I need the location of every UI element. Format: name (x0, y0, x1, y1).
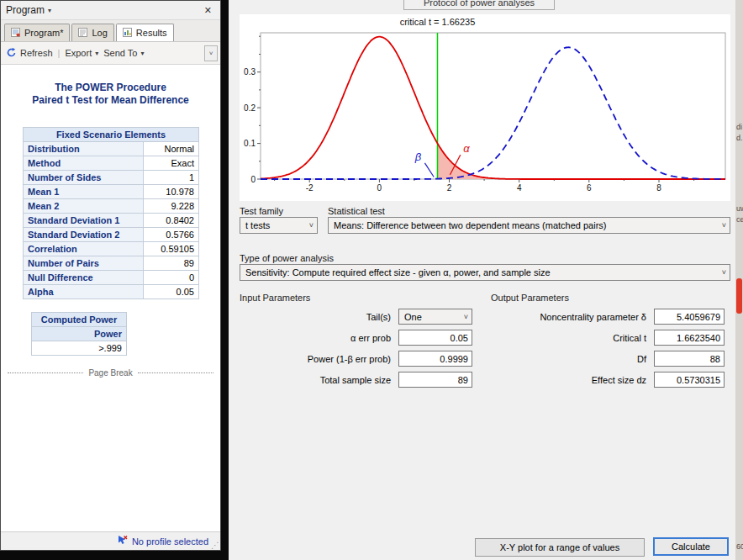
scroll-indicator (736, 278, 742, 314)
input-param-label: Power (1-β err prob) (240, 354, 398, 364)
chevron-down-icon: ˅ (722, 268, 726, 277)
input-param-label: Total sample size (240, 375, 398, 385)
power-value: >.999 (32, 341, 127, 356)
refresh-icon (6, 47, 17, 60)
export-label: Export (65, 48, 92, 58)
input-param-row: Power (1-β err prob) (240, 351, 472, 367)
title-menu-arrow-icon[interactable]: ▾ (48, 7, 51, 14)
chevron-down-icon: ˅ (309, 221, 314, 230)
svg-text:2: 2 (447, 183, 452, 193)
program-window-titlebar[interactable]: Program ▾ ✕ (1, 1, 220, 20)
analysis-type-select[interactable]: Sensitivity: Compute required effect siz… (240, 264, 730, 281)
chevron-down-icon: ˅ (464, 313, 468, 321)
input-param-field[interactable] (398, 372, 472, 388)
export-button[interactable]: Export ▾ (65, 48, 98, 58)
output-param-label: Df (491, 354, 654, 364)
table-row: Standard Deviation 10.8402 (24, 214, 199, 228)
output-param-value: 88 (654, 351, 725, 367)
svg-text:6: 6 (587, 183, 592, 193)
table-row: DistributionNormal (24, 142, 199, 156)
table-header: Fixed Scenario Elements (24, 128, 199, 142)
input-param-row: Total sample size (240, 372, 472, 388)
svg-text:8: 8 (656, 183, 661, 193)
table-row: Standard Deviation 20.5766 (24, 228, 199, 242)
tab-protocol-of-power-analyses[interactable]: Protocol of power analyses (403, 0, 555, 10)
row-label: Number of Sides (24, 171, 144, 185)
text-fragment: di (736, 123, 742, 131)
row-label: Mean 1 (24, 185, 144, 199)
output-param-value: 1.6623540 (654, 330, 725, 346)
row-value: 0.05 (144, 285, 199, 299)
fixed-scenario-table: Fixed Scenario Elements DistributionNorm… (23, 127, 199, 299)
chevron-down-icon: ˅ (722, 221, 726, 230)
input-param-row: Tail(s)One˅ (240, 309, 472, 325)
svg-text:0: 0 (377, 183, 382, 193)
selected-value: One (404, 312, 422, 322)
output-param-row: Df88 (491, 351, 725, 367)
test-family-label: Test family (240, 206, 283, 216)
row-label: Mean 2 (24, 199, 144, 214)
output-param-row: Effect size dz0.5730315 (491, 372, 725, 388)
resize-grip[interactable]: ⋰ (211, 541, 219, 550)
status-message: No profile selected (132, 536, 208, 547)
output-param-label: Noncentrality parameter δ (491, 312, 654, 322)
fixed-scenario-tbody: DistributionNormalMethodExactNumber of S… (24, 142, 199, 299)
row-label: Correlation (24, 242, 144, 256)
input-param-row: α err prob (240, 330, 472, 346)
tab-results[interactable]: Results (116, 24, 174, 41)
row-label: Null Difference (24, 271, 144, 285)
table-row: Correlation0.59105 (24, 242, 199, 256)
input-param-label: Tail(s) (240, 312, 398, 322)
row-label: Distribution (24, 142, 144, 156)
input-param-field[interactable] (398, 330, 472, 346)
statusbar: No profile selected ⋰ (1, 531, 220, 550)
output-param-value: 0.5730315 (654, 372, 725, 388)
output-parameters-title: Output Parameters (491, 293, 725, 304)
tab-label: Protocol of power analyses (404, 0, 554, 8)
table-row: Mean 110.978 (24, 185, 199, 199)
svg-text:0.3: 0.3 (244, 67, 256, 77)
tab-label: Program* (24, 28, 63, 38)
svg-text:4: 4 (517, 183, 522, 193)
close-icon[interactable]: ✕ (201, 5, 215, 16)
row-value: Normal (144, 142, 199, 156)
output-param-row: Critical t1.6623540 (491, 330, 725, 346)
row-label: Standard Deviation 1 (24, 214, 144, 228)
plot-area (261, 33, 725, 179)
program-window: Program ▾ ✕ Program* Log Results Refresh (0, 0, 221, 551)
results-pane: The POWER Procedure Paired t Test for Me… (1, 65, 220, 531)
tab-log[interactable]: Log (71, 24, 113, 41)
row-value: 0.8402 (144, 214, 199, 228)
svg-text:-2: -2 (306, 183, 314, 193)
send-to-button[interactable]: Send To ▾ (103, 48, 144, 58)
text-fragment: 60 (736, 542, 743, 551)
row-label: Alpha (24, 285, 144, 299)
program-icon (10, 27, 21, 38)
beta-label: β (414, 151, 422, 163)
tails-select[interactable]: One˅ (398, 309, 472, 325)
window-title: Program (6, 4, 45, 16)
analysis-type-label: Type of power analysis (240, 253, 334, 263)
statistical-test-select[interactable]: Means: Difference between two dependent … (328, 217, 730, 234)
refresh-button[interactable]: Refresh (6, 47, 53, 60)
output-param-label: Effect size dz (491, 375, 654, 385)
page-break-label: Page Break (88, 368, 132, 378)
chart-title: critical t = 1.66235 (400, 17, 476, 27)
calculate-button[interactable]: Calculate (653, 537, 729, 556)
alpha-label: α (463, 142, 470, 155)
tab-program[interactable]: Program* (4, 24, 70, 41)
toolbar-overflow-button[interactable]: ˅ (204, 45, 218, 61)
row-value: 1 (144, 171, 199, 185)
xy-plot-button[interactable]: X-Y plot for a range of values (475, 538, 645, 557)
text-fragment: uw (736, 204, 743, 213)
selected-value: t tests (245, 220, 270, 230)
text-fragment: d. (736, 134, 743, 142)
profile-icon (117, 535, 128, 547)
test-family-select[interactable]: t tests ˅ (240, 217, 318, 234)
table-header: Computed Power (32, 313, 127, 327)
input-param-field[interactable] (398, 351, 472, 367)
output-param-label: Critical t (491, 333, 654, 343)
refresh-label: Refresh (20, 48, 53, 58)
statistical-test-label: Statistical test (328, 206, 385, 216)
row-value: 89 (144, 256, 199, 271)
